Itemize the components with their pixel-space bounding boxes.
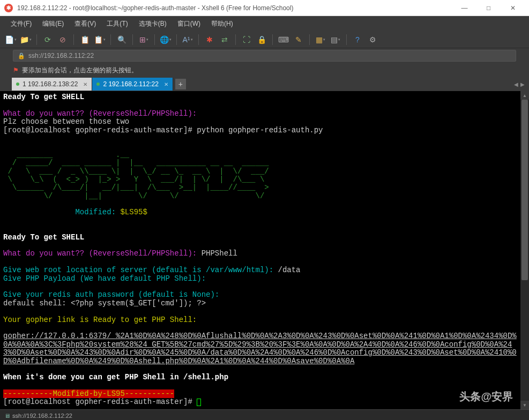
paste-icon[interactable]: 📋▾ bbox=[93, 33, 106, 46]
toolbar: 📄▾ 📁▾ ⟳ ⊘ 📋 📋▾ 🔍 ⊞▾ 🌐▾ A¹▾ ✱ ⇄ ⛶ 🔒 ⌨ ✎ ▦… bbox=[0, 31, 529, 48]
add-tab-button[interactable]: + bbox=[175, 79, 186, 89]
maximize-button[interactable]: □ bbox=[476, 0, 501, 16]
open-folder-icon[interactable]: 📁▾ bbox=[19, 33, 32, 46]
gopher-link[interactable]: gopher://127.0.0.1:6379/_%2A1%0D%0A%248%… bbox=[3, 332, 517, 365]
globe-icon[interactable]: 🌐▾ bbox=[159, 33, 172, 46]
terminal-line: What do you want?? (ReverseShell/PHPShel… bbox=[3, 249, 197, 258]
terminal-answer: /data bbox=[273, 266, 300, 274]
session-tab-2[interactable]: 2 192.168.2.112:22 ✕ bbox=[92, 78, 173, 91]
menu-file[interactable]: 文件(F) bbox=[6, 17, 36, 31]
window-titlebar: ✱ 192.168.2.112:22 - root@localhost:~/go… bbox=[0, 0, 529, 16]
prev-tab-icon[interactable]: ◀ bbox=[514, 81, 518, 87]
modified-value: $LS95$ bbox=[116, 208, 147, 216]
scroll-up-icon[interactable]: ▲ bbox=[520, 91, 529, 100]
terminal-scrollbar[interactable]: ▲ ▼ bbox=[520, 91, 529, 409]
minimize-button[interactable]: ― bbox=[452, 0, 476, 16]
status-dot-icon bbox=[16, 82, 19, 86]
tab-label: 1 192.168.2.138:22 bbox=[23, 80, 78, 88]
tab-nav-arrows: ◀ ▶ bbox=[514, 81, 525, 87]
address-text: ssh://192.168.2.112:22 bbox=[28, 52, 94, 59]
terminal-container: Ready To get SHELL What do you want?? (R… bbox=[0, 91, 529, 409]
search-icon[interactable]: 🔍 bbox=[115, 33, 128, 46]
terminal-line: What do you want?? (ReverseShell/PHPShel… bbox=[3, 109, 197, 118]
connection-path-bar: 🖥 ssh://192.168.2.112:22 bbox=[0, 409, 529, 420]
modified-label: Modified: bbox=[75, 208, 116, 216]
ascii-art: ________ .__ / _____/ ____ ______ | |__ … bbox=[3, 151, 282, 200]
terminal-cursor bbox=[197, 399, 201, 406]
menu-tools[interactable]: 工具(T) bbox=[102, 17, 132, 31]
terminal-line: Give web root location of server (defaul… bbox=[3, 266, 273, 274]
modified-banner: -----------Modified-by-LS95----------- bbox=[3, 389, 174, 398]
status-dot-icon bbox=[96, 82, 100, 86]
settings-icon[interactable]: ⚙ bbox=[366, 33, 379, 46]
terminal-line: Give your redis auth password (default i… bbox=[3, 290, 219, 299]
disconnect-icon[interactable]: ⊘ bbox=[56, 33, 69, 46]
host-icon: 🖥 bbox=[4, 412, 10, 419]
hint-text: 要添加当前会话，点击左侧的箭头按钮。 bbox=[22, 66, 138, 75]
font-icon[interactable]: A¹▾ bbox=[181, 33, 194, 46]
xagent-icon[interactable]: ✱ bbox=[203, 33, 216, 46]
fullscreen-icon[interactable]: ⛶ bbox=[240, 33, 253, 46]
scroll-thumb[interactable] bbox=[521, 100, 528, 280]
hint-bar: ⚑ 要添加当前会话，点击左侧的箭头按钮。 bbox=[0, 63, 529, 77]
app-icon: ✱ bbox=[4, 4, 13, 12]
keyboard-icon[interactable]: ⌨ bbox=[277, 33, 290, 46]
connection-path: ssh://192.168.2.112:22 bbox=[12, 412, 72, 419]
terminal-line: When it's done you can get PHP Shell in … bbox=[3, 373, 228, 381]
close-tab-icon[interactable]: ✕ bbox=[83, 81, 87, 87]
new-session-icon[interactable]: 📄▾ bbox=[4, 33, 17, 46]
xftp-icon[interactable]: ⇄ bbox=[218, 33, 231, 46]
menu-bar: 文件(F) 编辑(E) 查看(V) 工具(T) 选项卡(B) 窗口(W) 帮助(… bbox=[0, 16, 529, 31]
terminal-line: Ready To get SHELL bbox=[3, 233, 84, 242]
properties-icon[interactable]: ⊞▾ bbox=[137, 33, 150, 46]
terminal-line: default shell: <?php system($_GET['cmd']… bbox=[3, 299, 206, 308]
terminal-output[interactable]: Ready To get SHELL What do you want?? (R… bbox=[0, 91, 520, 409]
terminal-line: Ready To get SHELL bbox=[3, 93, 84, 101]
address-bar: 🔒 ssh://192.168.2.112:22 bbox=[0, 48, 529, 63]
terminal-line: Plz choose between those two bbox=[3, 117, 129, 126]
cascade-icon[interactable]: ▤▾ bbox=[329, 33, 342, 46]
copy-icon[interactable]: 📋 bbox=[78, 33, 91, 46]
menu-edit[interactable]: 编辑(E) bbox=[38, 17, 68, 31]
address-input[interactable]: 🔒 ssh://192.168.2.112:22 bbox=[13, 50, 516, 62]
terminal-line: Give PHP Payload (We have default PHP Sh… bbox=[3, 274, 206, 283]
tile-icon[interactable]: ▦▾ bbox=[314, 33, 327, 46]
help-icon[interactable]: ? bbox=[351, 33, 364, 46]
session-tab-1[interactable]: 1 192.168.2.138:22 ✕ bbox=[12, 78, 92, 91]
menu-help[interactable]: 帮助(H) bbox=[207, 17, 237, 31]
ssh-lock-icon: 🔒 bbox=[18, 52, 25, 59]
terminal-cmd: python gophper-redis-auth.py bbox=[197, 126, 323, 134]
menu-window[interactable]: 窗口(W) bbox=[173, 17, 205, 31]
scroll-track[interactable] bbox=[520, 100, 529, 401]
close-button[interactable]: ✕ bbox=[501, 0, 525, 16]
menu-view[interactable]: 查看(V) bbox=[70, 17, 100, 31]
scroll-down-icon[interactable]: ▼ bbox=[520, 401, 529, 409]
tab-label: 2 192.168.2.112:22 bbox=[103, 80, 158, 88]
flag-icon: ⚑ bbox=[13, 66, 19, 74]
terminal-answer: PHPShell bbox=[197, 249, 237, 258]
terminal-prompt: [root@localhost gopher-redis-auth-master… bbox=[3, 398, 197, 406]
lock-icon[interactable]: 🔒 bbox=[255, 33, 268, 46]
window-controls: ― □ ✕ bbox=[452, 0, 525, 16]
close-tab-icon[interactable]: ✕ bbox=[164, 81, 168, 87]
reconnect-icon[interactable]: ⟳ bbox=[41, 33, 54, 46]
terminal-prompt: [root@localhost gopher-redis-auth-master… bbox=[3, 126, 197, 134]
tab-bar: 1 192.168.2.138:22 ✕ 2 192.168.2.112:22 … bbox=[0, 77, 529, 91]
menu-tabs[interactable]: 选项卡(B) bbox=[135, 17, 171, 31]
window-title: 192.168.2.112:22 - root@localhost:~/goph… bbox=[17, 4, 452, 12]
highlight-icon[interactable]: ✎ bbox=[292, 33, 305, 46]
next-tab-icon[interactable]: ▶ bbox=[520, 81, 525, 87]
terminal-line: Your gopher link is Ready to get PHP She… bbox=[3, 316, 197, 324]
